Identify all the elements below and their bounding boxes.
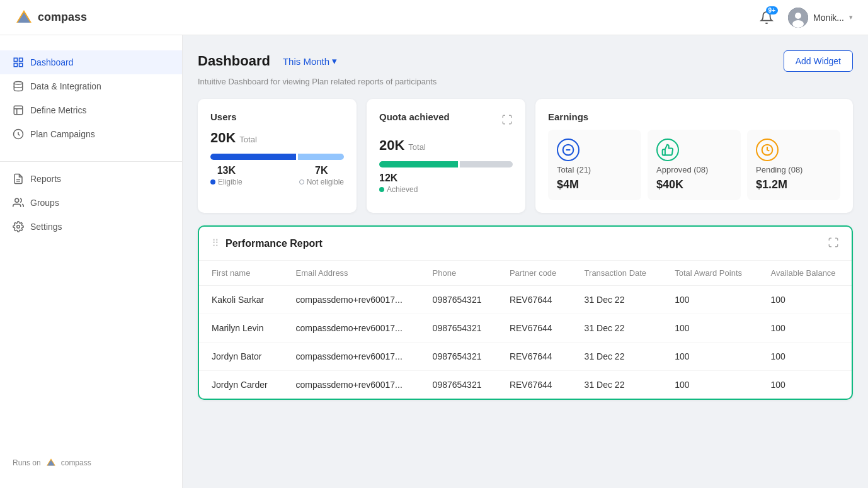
sidebar-label-define-metrics: Define Metrics xyxy=(30,105,86,115)
earnings-pending-label: Pending (08) xyxy=(756,165,802,174)
drag-handle-icon[interactable]: ⠿ xyxy=(212,237,219,249)
earnings-pending-item: Pending (08) $1.2M xyxy=(747,130,840,200)
not-eligible-bar xyxy=(298,154,344,160)
eligible-label: Eligible xyxy=(210,178,243,186)
quota-card: Quota achieved 20K Total 12K xyxy=(367,99,525,213)
logo: compass xyxy=(15,9,87,26)
logo-text: compass xyxy=(38,11,87,24)
cell-4: 31 Dec 22 xyxy=(572,343,663,371)
footer-logo-icon xyxy=(46,458,56,468)
table-header: First name Email Address Phone Partner c… xyxy=(199,261,852,286)
col-email: Email Address xyxy=(283,261,420,286)
col-total-award: Total Award Points xyxy=(662,261,758,286)
cell-0: Marilyn Levin xyxy=(199,314,283,343)
users-card: Users 20K Total 13K Eligible xyxy=(198,99,357,213)
cell-2: 0987654321 xyxy=(420,343,497,371)
report-header: ⠿ Performance Report xyxy=(199,227,852,261)
table-row: Jordyn Cardercompassdemo+rev60017...0987… xyxy=(199,371,852,399)
earnings-total-label: Total (21) xyxy=(557,165,591,174)
not-eligible-label: Not eligible xyxy=(299,178,344,186)
earnings-approved-item: Approved (08) $40K xyxy=(648,130,741,200)
col-first-name: First name xyxy=(199,261,283,286)
sidebar-item-define-metrics[interactable]: Define Metrics xyxy=(0,98,182,122)
dashboard-icon xyxy=(13,57,24,68)
sidebar-footer: Runs on compass xyxy=(0,448,182,478)
eligible-stat: 13K Eligible xyxy=(210,165,243,186)
plan-campaigns-icon xyxy=(13,128,24,140)
chevron-down-icon: ▾ xyxy=(849,13,853,21)
quota-card-title: Quota achieved xyxy=(379,111,450,122)
eligible-num: 13K xyxy=(210,165,243,176)
users-card-title: Users xyxy=(210,111,344,122)
performance-report-card: ⠿ Performance Report First name Email Ad… xyxy=(198,225,853,400)
sidebar-secondary-section: Reports Groups Settings xyxy=(0,161,182,249)
sidebar-main-section: Dashboard Data & Integration Define Metr… xyxy=(0,45,182,156)
report-title: Performance Report xyxy=(226,238,821,249)
remaining-bar xyxy=(460,161,513,167)
cell-1: compassdemo+rev60017... xyxy=(283,371,420,399)
cell-6: 100 xyxy=(758,314,852,343)
page-subtitle: Intuitive Dashboard for viewing Plan rel… xyxy=(198,77,853,86)
earnings-total-item: Total (21) $4M xyxy=(548,130,641,200)
notifications-button[interactable]: 9+ xyxy=(755,6,778,29)
table-body: Kakoli Sarkarcompassdemo+rev60017...0987… xyxy=(199,286,852,399)
col-transaction-date: Transaction Date xyxy=(572,261,663,286)
earnings-approved-label: Approved (08) xyxy=(656,165,708,174)
notification-badge: 9+ xyxy=(766,6,778,14)
table-row: Jordyn Batorcompassdemo+rev60017...09876… xyxy=(199,343,852,371)
footer-text: Runs on xyxy=(13,458,41,467)
earnings-approved-icon xyxy=(656,139,679,161)
sidebar-item-dashboard[interactable]: Dashboard xyxy=(0,50,182,74)
cell-6: 100 xyxy=(758,286,852,314)
cell-1: compassdemo+rev60017... xyxy=(283,343,420,371)
sidebar-item-settings[interactable]: Settings xyxy=(0,215,182,239)
eligible-dot xyxy=(210,179,215,184)
cell-0: Kakoli Sarkar xyxy=(199,286,283,314)
page-title: Dashboard xyxy=(198,53,270,69)
cell-2: 0987654321 xyxy=(420,286,497,314)
earnings-card: Earnings Total (21) $4M xyxy=(535,99,853,213)
avatar xyxy=(788,8,808,28)
sidebar-item-plan-campaigns[interactable]: Plan Campaigns xyxy=(0,122,182,146)
svg-rect-5 xyxy=(14,58,17,61)
sidebar: Dashboard Data & Integration Define Metr… xyxy=(0,35,183,488)
month-selector[interactable]: This Month ▾ xyxy=(278,53,342,69)
month-label: This Month xyxy=(283,56,329,67)
svg-point-14 xyxy=(15,198,19,202)
quota-total-num: 20K xyxy=(379,137,404,154)
cell-3: REV67644 xyxy=(497,371,572,399)
sidebar-item-reports[interactable]: Reports xyxy=(0,167,182,191)
quota-expand-icon[interactable] xyxy=(501,114,513,127)
report-expand-button[interactable] xyxy=(828,237,839,250)
cell-6: 100 xyxy=(758,343,852,371)
cell-4: 31 Dec 22 xyxy=(572,371,663,399)
user-menu[interactable]: Monik... ▾ xyxy=(788,8,853,28)
svg-rect-10 xyxy=(14,106,23,115)
achieved-dot xyxy=(379,187,384,192)
eligible-bar xyxy=(210,154,296,160)
users-total-label: Total xyxy=(239,135,256,144)
cell-4: 31 Dec 22 xyxy=(572,286,663,314)
sidebar-item-data-integration[interactable]: Data & Integration xyxy=(0,74,182,98)
sidebar-item-groups[interactable]: Groups xyxy=(0,191,182,215)
earnings-total-icon xyxy=(557,139,580,161)
svg-point-3 xyxy=(795,13,801,19)
cell-0: Jordyn Carder xyxy=(199,371,283,399)
layout: Dashboard Data & Integration Define Metr… xyxy=(0,35,868,488)
data-integration-icon xyxy=(13,81,24,92)
svg-point-4 xyxy=(792,20,804,28)
footer-brand: compass xyxy=(61,458,91,467)
groups-icon xyxy=(13,197,24,208)
sidebar-label-plan-campaigns: Plan Campaigns xyxy=(30,129,95,139)
logo-icon xyxy=(15,9,33,26)
cell-5: 100 xyxy=(662,343,758,371)
svg-rect-8 xyxy=(20,64,23,67)
table-row: Marilyn Levincompassdemo+rev60017...0987… xyxy=(199,314,852,343)
cell-3: REV67644 xyxy=(497,286,572,314)
cell-0: Jordyn Bator xyxy=(199,343,283,371)
earnings-approved-value: $40K xyxy=(656,178,683,191)
month-chevron-icon: ▾ xyxy=(332,55,337,67)
main-content: Dashboard This Month ▾ Add Widget Intuit… xyxy=(183,35,868,488)
add-widget-button[interactable]: Add Widget xyxy=(784,50,853,72)
table-row: Kakoli Sarkarcompassdemo+rev60017...0987… xyxy=(199,286,852,314)
